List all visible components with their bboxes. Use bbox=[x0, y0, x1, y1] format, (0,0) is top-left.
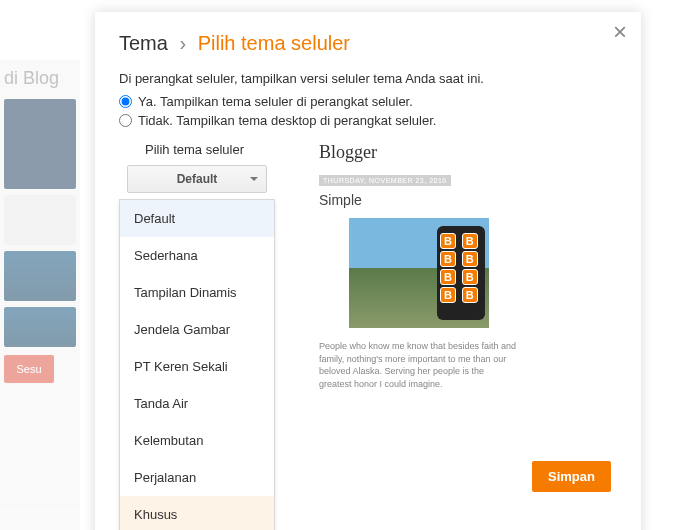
blogger-icon: B bbox=[440, 233, 456, 249]
theme-dropdown-list: Default Sederhana Tampilan Dinamis Jende… bbox=[119, 199, 275, 530]
preview-date: THURSDAY, NOVEMBER 23, 2016 bbox=[319, 175, 451, 186]
close-icon[interactable]: × bbox=[613, 18, 627, 46]
background-sidebar: di Blog Sesu bbox=[0, 60, 80, 530]
modal-dialog: × Tema › Pilih tema seluler Di perangkat… bbox=[95, 12, 641, 530]
preview-post-title: Simple bbox=[319, 192, 519, 208]
breadcrumb-root[interactable]: Tema bbox=[119, 32, 168, 54]
blogger-icon: B bbox=[440, 287, 456, 303]
blogger-icon: B bbox=[462, 251, 478, 267]
radio-yes-input[interactable] bbox=[119, 95, 132, 108]
theme-dropdown-button[interactable]: Default bbox=[127, 165, 267, 193]
left-column: Pilih tema seluler Default Default Seder… bbox=[119, 142, 299, 530]
breadcrumb-current: Pilih tema seluler bbox=[198, 32, 350, 54]
radio-option-no[interactable]: Tidak. Tampilkan tema desktop di perangk… bbox=[119, 113, 617, 128]
breadcrumb-separator: › bbox=[179, 32, 186, 54]
dropdown-selected-text: Default bbox=[177, 172, 218, 186]
radio-no-input[interactable] bbox=[119, 114, 132, 127]
chevron-down-icon bbox=[250, 177, 258, 181]
breadcrumb: Tema › Pilih tema seluler bbox=[119, 32, 617, 55]
intro-text: Di perangkat seluler, tampilkan versi se… bbox=[119, 71, 617, 86]
bg-thumbnail bbox=[4, 307, 76, 347]
dropdown-label: Pilih tema seluler bbox=[145, 142, 299, 157]
blogger-icon: B bbox=[440, 251, 456, 267]
preview-header: Blogger bbox=[319, 142, 519, 163]
bg-button: Sesu bbox=[4, 355, 54, 383]
preview-stickers: B B B B B B B B bbox=[439, 232, 483, 304]
dropdown-item-tampilan-dinamis[interactable]: Tampilan Dinamis bbox=[120, 274, 274, 311]
bg-thumbnail bbox=[4, 195, 76, 245]
preview-body-text: People who know me know that besides fai… bbox=[319, 340, 519, 390]
bg-title: di Blog bbox=[4, 68, 76, 89]
bg-thumbnail bbox=[4, 99, 76, 189]
bg-thumbnail bbox=[4, 251, 76, 301]
blogger-icon: B bbox=[462, 287, 478, 303]
radio-no-label: Tidak. Tampilkan tema desktop di perangk… bbox=[138, 113, 436, 128]
dropdown-item-sederhana[interactable]: Sederhana bbox=[120, 237, 274, 274]
dropdown-item-default[interactable]: Default bbox=[120, 200, 274, 237]
dropdown-item-khusus[interactable]: Khusus bbox=[120, 496, 274, 530]
radio-option-yes[interactable]: Ya. Tampilkan tema seluler di perangkat … bbox=[119, 94, 617, 109]
preview-image: B B B B B B B B bbox=[349, 218, 489, 328]
blogger-icon: B bbox=[440, 269, 456, 285]
dropdown-item-kelembutan[interactable]: Kelembutan bbox=[120, 422, 274, 459]
dropdown-item-jendela-gambar[interactable]: Jendela Gambar bbox=[120, 311, 274, 348]
radio-yes-label: Ya. Tampilkan tema seluler di perangkat … bbox=[138, 94, 413, 109]
dropdown-item-perjalanan[interactable]: Perjalanan bbox=[120, 459, 274, 496]
blogger-icon: B bbox=[462, 269, 478, 285]
save-button[interactable]: Simpan bbox=[532, 461, 611, 492]
theme-preview: Blogger THURSDAY, NOVEMBER 23, 2016 Simp… bbox=[319, 142, 519, 390]
dropdown-item-pt-keren-sekali[interactable]: PT Keren Sekali bbox=[120, 348, 274, 385]
blogger-icon: B bbox=[462, 233, 478, 249]
dropdown-item-tanda-air[interactable]: Tanda Air bbox=[120, 385, 274, 422]
